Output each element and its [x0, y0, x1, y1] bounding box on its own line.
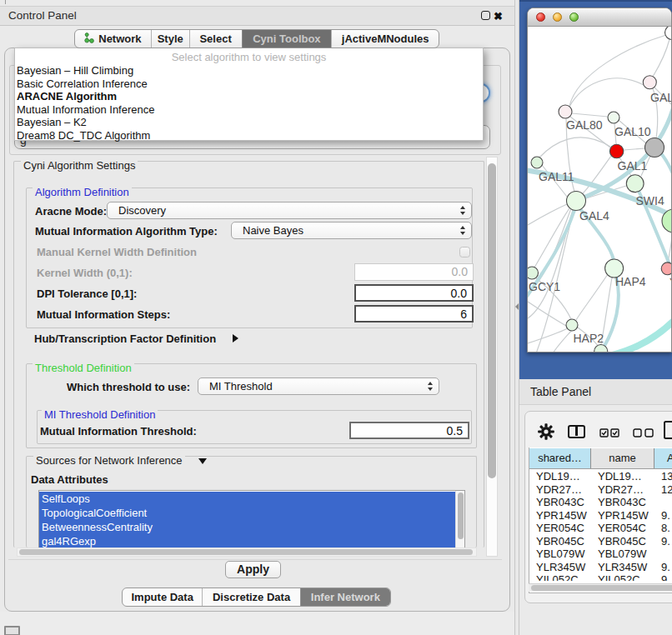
which-threshold-label: Which threshold to use: [67, 381, 190, 393]
tab-jactivemnodules-label: jActiveMNodules [342, 32, 429, 45]
network-edge[interactable] [624, 148, 645, 150]
tab-select[interactable]: Select [189, 30, 242, 48]
network-node-GAL1[interactable] [609, 144, 623, 158]
table-row[interactable]: YLR345WYLR345W9. [529, 561, 672, 574]
aracne-mode-combobox[interactable]: Discovery [107, 202, 472, 219]
algorithm-popup-item[interactable]: Dream8 DC_TDC Algorithm [15, 129, 483, 142]
network-node-GAL4[interactable] [567, 192, 586, 211]
close-icon[interactable] [536, 12, 545, 22]
kernel-width-field[interactable]: 0.0 [354, 263, 474, 281]
checked-box-icon[interactable] [599, 426, 609, 435]
tab-jactivemnodules[interactable]: jActiveMNodules [331, 30, 439, 48]
network-canvas[interactable]: GAL2GAL80GAL10GAL1GAL11SWI4GAL4GCY1HAP4Y… [528, 27, 672, 352]
column-header-shared-name[interactable]: shared… [529, 448, 591, 468]
mi-threshold-field[interactable]: 0.5 [349, 422, 469, 439]
network-edge[interactable] [653, 39, 669, 77]
mi-threshold-label: Mutual Information Threshold: [40, 425, 197, 438]
table-cell: YPR145W [591, 509, 654, 522]
attributes-list-scrollbar[interactable] [455, 491, 464, 548]
network-node-node-pink-right[interactable] [661, 262, 672, 275]
column-header-clipped[interactable]: A… [654, 448, 672, 468]
table-cell: YDR27… [591, 483, 654, 497]
network-node-GAL10[interactable] [608, 112, 619, 123]
network-edge[interactable] [576, 274, 608, 320]
table-row[interactable]: YBR043CYBR043C [529, 496, 672, 509]
network-edge[interactable] [569, 78, 644, 107]
tab-cyni-toolbox[interactable]: Cyni Toolbox [242, 30, 332, 48]
manual-kernel-label: Manual Kernel Width Definition [37, 246, 197, 258]
network-node-GAL80[interactable] [559, 105, 572, 118]
divider-collapse-arrow-icon[interactable] [515, 303, 519, 310]
mi-steps-field[interactable]: 6 [354, 305, 474, 322]
algorithm-popup-item[interactable]: Mutual Information Inference [15, 103, 483, 117]
column-header-name[interactable]: name [591, 448, 654, 468]
tab-infer-network[interactable]: Infer Network [300, 588, 390, 606]
unchecked-box-icon[interactable] [633, 426, 642, 435]
algorithm-popup-item[interactable]: Bayesian – K2 [15, 116, 483, 129]
columns-icon[interactable] [568, 425, 585, 438]
settings-horizontal-scrollbar-thumb[interactable] [19, 549, 473, 555]
network-view-window[interactable]: GAL2GAL80GAL10GAL1GAL11SWI4GAL4GCY1HAP4Y… [527, 8, 672, 352]
dpi-tolerance-field[interactable]: 0.0 [354, 284, 474, 302]
network-node-label: GCY1 [529, 280, 560, 293]
apply-button[interactable]: Apply [225, 561, 281, 578]
manual-kernel-checkbox[interactable] [459, 247, 470, 258]
table-cell [654, 548, 672, 561]
network-edge[interactable] [539, 138, 610, 158]
mi-type-combobox[interactable]: Naive Bayes [231, 222, 472, 239]
data-attribute-item[interactable]: BetweennessCentrality [39, 520, 456, 534]
tab-style[interactable]: Style [151, 30, 189, 48]
sources-collapse-arrow-icon[interactable] [198, 458, 207, 464]
table-cell: 9. [654, 573, 672, 581]
network-node-GCY1[interactable] [528, 267, 539, 279]
hub-section-label[interactable]: Hub/Transcription Factor Definition [34, 332, 216, 345]
table-row[interactable]: YPR145WYPR145W9. [529, 509, 672, 522]
network-window-titlebar[interactable] [528, 8, 671, 27]
tab-network[interactable]: Network [75, 30, 151, 48]
table-row[interactable]: YIL052CYIL052C9. [529, 573, 672, 581]
algorithm-popup-item[interactable]: ARACNE Algorithm [15, 90, 483, 103]
table-row[interactable]: YBR045CYBR045C9. [529, 535, 672, 548]
network-node-node-gray[interactable] [645, 138, 664, 158]
data-attribute-item[interactable]: TopologicalCoefficient [39, 506, 456, 520]
table-horizontal-scrollbar-thumb[interactable] [531, 585, 672, 591]
which-threshold-combobox[interactable]: MI Threshold [198, 378, 439, 395]
network-edge[interactable] [528, 210, 573, 318]
algorithm-popup-item[interactable]: Basic Correlation Inference [15, 78, 483, 91]
close-icon[interactable]: ✖ [494, 7, 503, 26]
tab-discretize-data[interactable]: Discretize Data [202, 588, 299, 606]
table-cell: YBL079W [529, 548, 591, 561]
table-row[interactable]: YBL079WYBL079W [529, 548, 672, 561]
collapsed-panel-icon[interactable] [4, 626, 20, 635]
hub-expand-arrow-icon[interactable] [233, 334, 238, 342]
network-node-node-top[interactable] [665, 27, 672, 40]
network-node-GAL11[interactable] [531, 157, 543, 168]
network-node-label: GAL80 [566, 118, 603, 132]
document-icon[interactable] [664, 421, 672, 439]
network-node-SWI4[interactable] [626, 175, 644, 192]
zoom-icon[interactable] [569, 12, 579, 22]
network-node-GAL2[interactable] [643, 76, 656, 89]
tab-impute-data[interactable]: Impute Data [123, 588, 202, 606]
settings-vertical-scrollbar-thumb[interactable] [488, 163, 496, 478]
algorithm-popup-item[interactable]: Bayesian – Hill Climbing [15, 64, 483, 78]
data-attribute-item[interactable]: gal4RGexp [39, 534, 456, 548]
table-row[interactable]: YER054CYER054C8. [529, 522, 672, 535]
data-attribute-item[interactable]: SelfLoops [39, 492, 456, 506]
unchecked-box-icon[interactable] [644, 426, 654, 435]
float-window-icon[interactable] [481, 11, 490, 20]
attributes-list-scrollbar-thumb[interactable] [458, 492, 464, 539]
table-row[interactable]: YDL19…YDL19…13 [529, 470, 672, 483]
table-row[interactable]: YDR27…YDR27…12 [529, 483, 672, 497]
data-attributes-list[interactable]: SelfLoopsTopologicalCoefficientBetweenne… [38, 490, 465, 548]
table-cell: YIL052C [591, 573, 654, 581]
node-attribute-table[interactable]: shared… name A… YDL19…YDL19…13YDR27…YDR2… [529, 448, 672, 593]
table-panel-titlebar: Table Panel [519, 379, 672, 405]
tab-discretize-data-label: Discretize Data [213, 591, 290, 603]
gear-icon[interactable] [538, 423, 554, 440]
network-edge[interactable] [661, 153, 672, 193]
network-node-HAP2[interactable] [566, 319, 578, 331]
network-edge[interactable] [572, 113, 608, 117]
checked-box-icon[interactable] [610, 426, 619, 435]
minimize-icon[interactable] [553, 12, 562, 22]
